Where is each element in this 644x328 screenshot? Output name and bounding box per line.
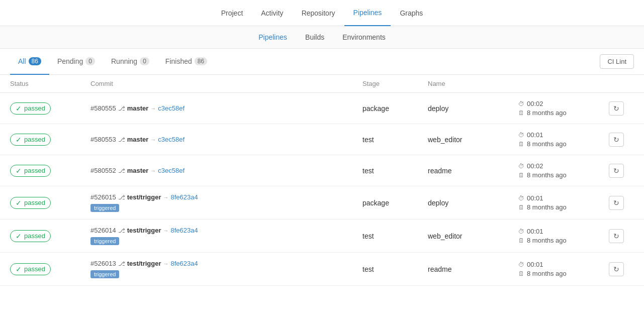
nav-pipelines[interactable]: Pipelines bbox=[344, 0, 391, 26]
status-badge: ✓ passed bbox=[10, 134, 51, 146]
duration: 00:01 bbox=[527, 261, 543, 268]
name-cell: deploy bbox=[428, 199, 518, 207]
tab-finished[interactable]: Finished 86 bbox=[157, 49, 215, 75]
top-nav: Project Activity Repository Pipelines Gr… bbox=[0, 0, 644, 26]
tab-all-count: 86 bbox=[29, 57, 41, 65]
branch-icon: ⎇ bbox=[118, 194, 125, 201]
ci-lint-button[interactable]: CI Lint bbox=[600, 54, 634, 69]
retry-button[interactable]: ↻ bbox=[609, 229, 624, 243]
stage-cell: package bbox=[362, 199, 428, 207]
duration: 00:01 bbox=[527, 228, 543, 235]
check-icon: ✓ bbox=[16, 265, 22, 273]
tab-all[interactable]: All 86 bbox=[10, 49, 49, 75]
triggered-badge: triggered bbox=[90, 237, 119, 245]
table-row: ✓ passed #580553 ⎇ master → c3ec58ef tes… bbox=[0, 124, 644, 155]
branch-icon: ⎇ bbox=[118, 136, 125, 143]
status-label: passed bbox=[24, 232, 45, 240]
time-ago: 8 months ago bbox=[527, 140, 567, 148]
commit-info: #580552 ⎇ master → c3ec58ef bbox=[90, 167, 362, 174]
retry-button[interactable]: ↻ bbox=[609, 133, 624, 147]
header-stage: Stage bbox=[362, 80, 428, 87]
stage-cell: test bbox=[362, 232, 428, 240]
tab-pending-count: 0 bbox=[85, 57, 95, 65]
clock-icon: ⏱ bbox=[518, 163, 524, 170]
subnav-environments[interactable]: Environments bbox=[333, 26, 395, 49]
table-header: Status Commit Stage Name bbox=[0, 75, 644, 93]
tab-pending-label: Pending bbox=[57, 57, 83, 65]
nav-project[interactable]: Project bbox=[212, 0, 252, 26]
status-badge: ✓ passed bbox=[10, 165, 51, 177]
name-cell: readme bbox=[428, 265, 518, 273]
tab-pending[interactable]: Pending 0 bbox=[49, 49, 103, 75]
branch-name: test/trigger bbox=[127, 227, 161, 234]
tab-running-label: Running bbox=[111, 57, 137, 65]
branch-icon: ⎇ bbox=[118, 105, 125, 112]
name-cell: web_editor bbox=[428, 136, 518, 144]
duration: 00:01 bbox=[527, 194, 543, 202]
commit-info: #526015 ⎇ test/trigger → 8fe623a4 trigge… bbox=[90, 193, 362, 212]
status-label: passed bbox=[24, 104, 45, 112]
commit-info: #526014 ⎇ test/trigger → 8fe623a4 trigge… bbox=[90, 227, 362, 245]
clock-icon: ⏱ bbox=[518, 228, 524, 235]
retry-button[interactable]: ↻ bbox=[609, 101, 624, 116]
stage-cell: test bbox=[362, 265, 428, 273]
nav-graphs[interactable]: Graphs bbox=[391, 0, 432, 26]
commit-info: #580553 ⎇ master → c3ec58ef bbox=[90, 136, 362, 143]
time-ago: 8 months ago bbox=[527, 203, 567, 211]
commit-id: #526015 bbox=[90, 193, 116, 201]
clock-icon: ⏱ bbox=[518, 132, 524, 139]
nav-activity[interactable]: Activity bbox=[252, 0, 292, 26]
branch-name: master bbox=[127, 104, 149, 112]
status-badge: ✓ passed bbox=[10, 197, 51, 209]
subnav-pipelines[interactable]: Pipelines bbox=[249, 26, 296, 49]
calendar-icon: 🗓 bbox=[518, 204, 524, 211]
duration: 00:02 bbox=[527, 100, 543, 107]
retry-button[interactable]: ↻ bbox=[609, 262, 624, 276]
commit-id: #526014 bbox=[90, 227, 116, 234]
triggered-badge: triggered bbox=[90, 204, 119, 212]
calendar-icon: 🗓 bbox=[518, 110, 524, 117]
commit-hash[interactable]: 8fe623a4 bbox=[171, 193, 198, 201]
table-row: ✓ passed #526013 ⎇ test/trigger → 8fe623… bbox=[0, 253, 644, 286]
commit-hash[interactable]: 8fe623a4 bbox=[171, 227, 198, 234]
status-label: passed bbox=[24, 199, 45, 206]
subnav-builds[interactable]: Builds bbox=[296, 26, 333, 49]
commit-hash[interactable]: c3ec58ef bbox=[158, 136, 185, 143]
commit-info: #526013 ⎇ test/trigger → 8fe623a4 trigge… bbox=[90, 260, 362, 278]
duration: 00:01 bbox=[527, 131, 543, 139]
stage-cell: package bbox=[362, 104, 428, 113]
branch-name: test/trigger bbox=[127, 193, 161, 201]
calendar-icon: 🗓 bbox=[518, 237, 524, 244]
check-icon: ✓ bbox=[16, 136, 22, 144]
branch-name: master bbox=[127, 136, 149, 143]
table-row: ✓ passed #526015 ⎇ test/trigger → 8fe623… bbox=[0, 186, 644, 220]
triggered-badge: triggered bbox=[90, 270, 119, 278]
retry-button[interactable]: ↻ bbox=[609, 164, 624, 178]
time-ago: 8 months ago bbox=[527, 237, 567, 244]
calendar-icon: 🗓 bbox=[518, 270, 524, 277]
status-label: passed bbox=[24, 136, 45, 143]
retry-button[interactable]: ↻ bbox=[609, 196, 624, 210]
name-cell: readme bbox=[428, 167, 518, 175]
arrow-icon: → bbox=[150, 105, 156, 112]
nav-repository[interactable]: Repository bbox=[293, 0, 344, 26]
check-icon: ✓ bbox=[16, 167, 22, 175]
branch-icon: ⎇ bbox=[118, 227, 125, 234]
arrow-icon: → bbox=[163, 194, 169, 200]
commit-id: #580552 bbox=[90, 167, 116, 174]
tab-running[interactable]: Running 0 bbox=[103, 49, 157, 75]
time-ago: 8 months ago bbox=[527, 109, 567, 117]
commit-id: #580553 bbox=[90, 136, 116, 143]
tab-finished-label: Finished bbox=[165, 57, 192, 65]
arrow-icon: → bbox=[163, 261, 169, 267]
commit-hash[interactable]: 8fe623a4 bbox=[171, 260, 198, 267]
commit-hash[interactable]: c3ec58ef bbox=[158, 104, 185, 112]
sub-nav: Pipelines Builds Environments bbox=[0, 26, 644, 49]
meta-info: ⏱ 00:01 🗓 8 months ago bbox=[518, 228, 609, 244]
pipeline-list: ✓ passed #580555 ⎇ master → c3ec58ef pac… bbox=[0, 93, 644, 286]
branch-icon: ⎇ bbox=[118, 167, 125, 174]
commit-hash[interactable]: c3ec58ef bbox=[158, 167, 185, 174]
meta-info: ⏱ 00:02 🗓 8 months ago bbox=[518, 100, 609, 117]
table-row: ✓ passed #580555 ⎇ master → c3ec58ef pac… bbox=[0, 93, 644, 124]
commit-info: #580555 ⎇ master → c3ec58ef bbox=[90, 104, 362, 112]
